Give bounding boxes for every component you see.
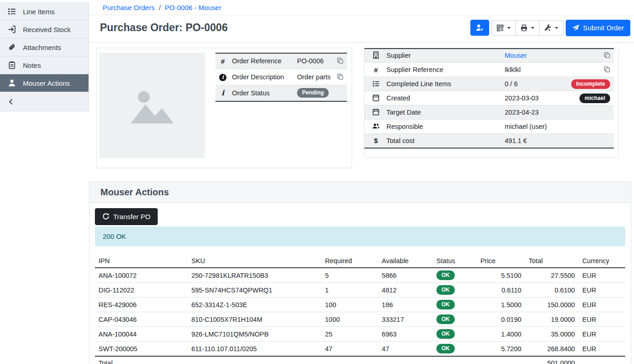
status-alert: 200 OK [95, 226, 625, 246]
cell-ipn: RES-429006 [95, 298, 187, 312]
page-header: Purchase Order: PO-0006 [89, 15, 634, 43]
cell-price: 1.4000 [477, 327, 525, 342]
sidebar-item-notes[interactable]: Notes [0, 56, 88, 74]
status-ok-badge: OK [436, 270, 455, 280]
cell-required: 100 [321, 298, 378, 312]
chevron-left-icon [7, 98, 15, 105]
cell-ipn: CAP-043046 [95, 312, 187, 327]
cell-currency: EUR [579, 283, 625, 298]
page-title: Purchase Order: PO-0006 [100, 22, 228, 34]
supplier-link[interactable]: Mouser [505, 52, 527, 59]
copy-button[interactable] [337, 73, 343, 80]
cell-ipn: ANA-100072 [95, 268, 187, 283]
cell-required: 47 [321, 342, 378, 357]
cell-total: 268.8400 [525, 342, 579, 357]
info-circle-icon: i [219, 74, 226, 81]
sidebar-item-label: Attachments [23, 44, 61, 51]
dollar-icon: $ [372, 137, 380, 144]
cell-available: 333217 [378, 312, 433, 327]
cell-price: 5.7200 [477, 342, 525, 357]
copy-button[interactable] [604, 52, 610, 58]
transfer-po-label: Transfer PO [113, 212, 150, 221]
order-actions-button[interactable] [540, 20, 563, 36]
cell-ipn: ANA-100044 [95, 327, 187, 342]
status-ok-badge: OK [436, 285, 455, 295]
copy-button[interactable] [337, 57, 343, 64]
table-row: SWT-200005 611-110.107.011/0205 47 47 OK… [95, 342, 625, 357]
order-details-card: # Order Reference PO-0006 i Order Descri… [96, 48, 352, 168]
printer-icon [520, 24, 528, 32]
breadcrumb-link-purchase-orders[interactable]: Purchase Orders [103, 4, 154, 11]
copy-icon [604, 66, 610, 72]
order-image-placeholder[interactable] [99, 53, 205, 158]
issue-order-button[interactable] [470, 20, 489, 36]
detail-row-target-date: Target Date 2023-04-23 [364, 105, 614, 120]
breadcrumb: Purchase Orders / PO-0006 - Mouser [89, 0, 634, 15]
footer-total-value: 501.0000 [525, 356, 579, 364]
detail-row-completed-line-items: Completed Line Items 0 / 6 Incomplete [364, 77, 614, 91]
detail-row-order-reference: # Order Reference PO-0006 [215, 53, 347, 69]
qr-code-icon [496, 24, 504, 32]
cell-price: 1.5000 [477, 298, 525, 312]
detail-label: Order Description [230, 69, 295, 85]
detail-label: Order Reference [230, 53, 295, 69]
status-ok-badge: OK [436, 344, 455, 353]
sidebar-nav: Line Items Received Stock Attachments No… [0, 2, 89, 111]
detail-label: Created [385, 91, 503, 105]
sidebar: Line Items Received Stock Attachments No… [0, 0, 89, 364]
sidebar-item-label: Line Items [23, 8, 55, 16]
table-header-row: IPN SKU Required Available Status Price … [95, 254, 625, 268]
sidebar-item-received-stock[interactable]: Received Stock [0, 21, 88, 39]
sign-in-icon [8, 25, 16, 33]
print-actions-button[interactable] [516, 20, 540, 36]
detail-value: 2023-03-03 [503, 91, 559, 105]
app-window: Line Items Received Stock Attachments No… [0, 0, 634, 364]
detail-value: 2023-04-23 [503, 105, 559, 120]
sidebar-item-line-items[interactable]: Line Items [0, 3, 88, 21]
copy-icon [337, 73, 343, 80]
table-row: CAP-043046 810-C1005X7R1H104M 1000 33321… [95, 312, 625, 327]
sidebar-item-mouser-actions[interactable]: Mouser Actions [0, 74, 88, 92]
mouser-actions-panel: Mouser Actions Transfer PO 200 OK IPN [89, 182, 631, 364]
line-items-table: IPN SKU Required Available Status Price … [95, 254, 625, 364]
detail-row-responsible: Responsible michael (user) [364, 120, 614, 134]
user-badge: michael [579, 94, 610, 103]
col-header-ipn: IPN [95, 254, 187, 268]
info-icon: i [221, 88, 224, 97]
cell-available: 47 [378, 342, 433, 357]
sidebar-collapse-button[interactable] [0, 92, 88, 111]
refresh-icon [102, 213, 110, 220]
cell-ipn: SWT-200005 [95, 342, 187, 357]
detail-label: Supplier Reference [385, 63, 503, 77]
breadcrumb-current[interactable]: PO-0006 - Mouser [165, 4, 221, 11]
col-header-total: Total [525, 254, 579, 268]
order-status-badge: Pending [297, 88, 329, 98]
detail-row-created: Created 2023-03-03 michael [364, 91, 614, 105]
status-ok-badge: OK [436, 300, 455, 309]
col-header-status: Status [433, 254, 477, 268]
col-header-available: Available [378, 254, 433, 268]
cell-currency: EUR [579, 327, 625, 342]
barcode-actions-button[interactable] [491, 20, 516, 36]
transfer-po-button[interactable]: Transfer PO [95, 208, 158, 226]
panel-header: Mouser Actions [89, 182, 631, 203]
order-detail-table: # Order Reference PO-0006 i Order Descri… [215, 53, 347, 102]
detail-label: Target Date [385, 105, 503, 120]
table-row: ANA-100044 926-LMC7101QM5/NOPB 25 6963 O… [95, 327, 625, 342]
copy-button[interactable] [604, 66, 610, 72]
detail-row-supplier-reference: # Supplier Reference lklklkl [364, 63, 614, 77]
submit-order-button[interactable]: Submit Order [566, 20, 630, 36]
order-detail-table-wrap: # Order Reference PO-0006 i Order Descri… [215, 53, 347, 158]
list-check-icon [372, 80, 380, 87]
cell-sku: 250-72981KLRATR150B3 [187, 268, 321, 283]
cell-sku: 810-C1005X7R1H104M [187, 312, 321, 327]
detail-value: 491.1 € [503, 134, 559, 148]
col-header-price: Price [477, 254, 525, 268]
cell-sku: 595-SN74HCS74QPWRQ1 [187, 283, 321, 298]
paper-plane-icon [572, 24, 579, 32]
cell-available: 5866 [378, 268, 433, 283]
detail-row-order-status: i Order Status Pending [215, 85, 347, 101]
sidebar-item-attachments[interactable]: Attachments [0, 39, 88, 56]
cell-price: 5.5100 [477, 268, 525, 283]
chevron-down-icon [507, 27, 511, 29]
